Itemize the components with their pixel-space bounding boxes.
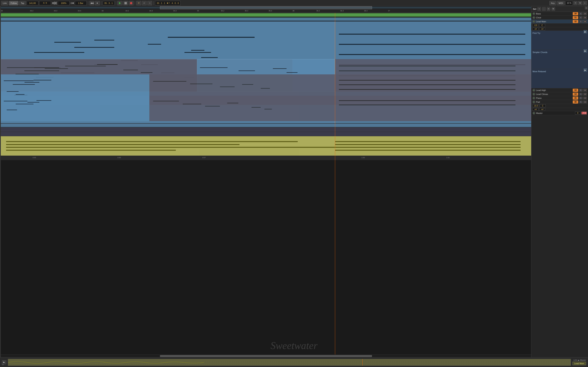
loop-start[interactable]: 33 . 1 . 1 — [157, 2, 165, 4]
pad-volume[interactable]: -10.3 — [533, 104, 539, 107]
scene-more-relaxed[interactable]: More Relaxed ▶ — [531, 69, 588, 88]
sc-note6 — [16, 94, 25, 95]
more-relaxed-right[interactable] — [335, 96, 531, 121]
overview-viewport[interactable] — [160, 6, 372, 9]
h-scrollbar-thumb[interactable] — [160, 355, 372, 357]
skip-back-btn[interactable]: ◀◀ — [90, 1, 94, 5]
bass-m-btn[interactable]: ● — [583, 12, 587, 15]
lead-high-track-row[interactable] — [1, 123, 531, 128]
position-display[interactable]: 35 . 3 . 1 — [103, 1, 114, 5]
midi-button[interactable]: MIDI — [557, 1, 565, 5]
panel-piano-track[interactable]: Piano 15 S ● — [531, 96, 588, 100]
loop-end[interactable]: 4 . 0 . 0 — [172, 2, 179, 4]
menu-button[interactable]: ≡ — [583, 1, 587, 5]
master-vol-right[interactable]: -7.0 — [581, 112, 587, 115]
first-try-launch[interactable]: ▶ — [584, 30, 587, 33]
stop-button[interactable] — [123, 1, 128, 5]
more-relaxed-region1[interactable] — [1, 96, 149, 121]
bass-s-btn[interactable]: S — [579, 12, 582, 15]
panel-lead-climax-track[interactable]: Lead Climax 14 S ● — [531, 92, 588, 96]
lead-main-track-row[interactable] — [1, 22, 531, 123]
panel-choir-track[interactable]: Choir 11 S ● — [531, 16, 588, 20]
piano-play-btn[interactable] — [533, 97, 535, 100]
lead-climax-track-row[interactable] — [1, 128, 531, 132]
piano-m-btn[interactable]: ● — [583, 97, 587, 100]
link-button[interactable]: Link — [1, 1, 8, 5]
piano-track-row[interactable] — [1, 132, 531, 136]
panel-collapse-btn[interactable]: ▼ — [585, 7, 588, 9]
scene-simpler-chords[interactable]: Simpler Chords ▶ — [531, 50, 588, 69]
pad-pan[interactable]: C — [540, 104, 546, 107]
panel-lead-high-track[interactable]: Lead High 13 S ● — [531, 88, 588, 92]
punch-button[interactable]: ⊙ — [147, 1, 152, 5]
ft-note3 — [45, 68, 68, 69]
panel-lead-main-track[interactable]: Lead Main 12 S ● — [531, 20, 588, 24]
panel-minus-btn[interactable]: - — [542, 7, 546, 11]
piano-s-btn[interactable]: S — [579, 97, 582, 100]
loop-button[interactable]: ⟳ — [136, 1, 141, 5]
lead-main-m-btn[interactable]: ● — [583, 20, 587, 23]
pad-sus2 — [335, 144, 521, 145]
choir-clip[interactable] — [1, 18, 531, 21]
w-button[interactable]: W — [578, 1, 582, 5]
scr-2 — [339, 84, 516, 85]
pad-clip[interactable] — [1, 136, 531, 156]
panel-eye-btn[interactable]: 👁 — [552, 7, 555, 11]
lead-high-clip[interactable] — [1, 124, 531, 127]
lead-high-m-btn[interactable]: ● — [583, 89, 587, 92]
tap-button[interactable]: Tap — [19, 1, 26, 5]
choir-m-btn[interactable]: ● — [583, 16, 587, 19]
ft-note1 — [7, 67, 59, 68]
key-button[interactable]: Key — [549, 1, 556, 5]
skip-fwd-btn[interactable]: ▶ — [95, 1, 100, 5]
scene-first-try[interactable]: First Try ▶ — [531, 31, 588, 50]
track-panel: Set + - ✏ 👁 Bass 10 S ● Choir 11 S ● — [531, 6, 588, 357]
panel-bass-track[interactable]: Bass 10 S ● — [531, 12, 588, 16]
lead-main-volume[interactable]: -3.9 — [533, 24, 538, 27]
simpler-chords-launch[interactable]: ▶ — [584, 49, 587, 52]
panel-pad-track[interactable]: Pad 16 S ● — [531, 100, 588, 104]
lead-climax-s-btn[interactable]: S — [579, 93, 582, 96]
choir-s-btn[interactable]: S — [579, 16, 582, 19]
play-button[interactable] — [117, 1, 122, 5]
timeline-ruler[interactable]: 33 33.2 33.3 33.4 34 34.2 34.3 34.4 35 3… — [1, 9, 531, 13]
overview-bar[interactable] — [1, 6, 531, 9]
choir-play-btn[interactable] — [533, 16, 535, 19]
panel-add-btn[interactable]: + — [537, 7, 541, 11]
panel-edit-btn[interactable]: ✏ — [547, 7, 550, 11]
lead-main-pan[interactable]: C — [539, 24, 545, 27]
lead-high-s-btn[interactable]: S — [579, 89, 582, 92]
master-vol[interactable]: 0 — [575, 112, 580, 115]
pad-track-row[interactable] — [1, 136, 531, 156]
zoom-display[interactable]: 100% — [58, 1, 69, 5]
bpm-display[interactable]: 141.00 — [27, 1, 38, 5]
clip-preview-area[interactable] — [8, 359, 571, 366]
lead-high-play-btn[interactable] — [533, 89, 535, 92]
follow-button[interactable]: Follow — [9, 1, 18, 5]
status-icon[interactable]: ▲ — [1, 363, 4, 366]
choir-track-row[interactable] — [1, 17, 531, 22]
pad-play-btn[interactable] — [533, 100, 535, 103]
more-relaxed-launch[interactable]: ▶ — [584, 68, 587, 72]
record-icon — [130, 2, 132, 4]
h-button[interactable]: H — [573, 1, 577, 5]
pad-s-btn[interactable]: S — [579, 100, 582, 103]
master-play-btn[interactable] — [533, 112, 535, 115]
bass-clip[interactable] — [1, 14, 531, 16]
pad-m-btn[interactable]: ● — [583, 100, 587, 103]
back-button[interactable]: ↩ — [142, 1, 147, 5]
lead-climax-m-btn[interactable]: ● — [583, 93, 587, 96]
more-relaxed-region2[interactable] — [149, 96, 335, 121]
bass-track-row[interactable] — [1, 13, 531, 17]
record-button[interactable] — [129, 1, 133, 5]
bass-play-btn[interactable] — [533, 12, 535, 15]
panel-master-track[interactable]: Master 0 -7.0 — [531, 111, 588, 115]
toolbar: Link Follow Tap 141.00 4 / 4 100% 1 Bar … — [0, 0, 588, 6]
lead-main-play-btn[interactable] — [533, 20, 535, 23]
lead-climax-play-btn[interactable] — [533, 93, 535, 96]
quantize-display[interactable]: 1 Bar — [75, 1, 87, 5]
time-sig-display[interactable]: 4 / 4 — [39, 1, 51, 5]
lead-main-s-btn[interactable]: S — [579, 20, 582, 23]
h-scrollbar[interactable] — [1, 354, 531, 357]
time-101: 1:01 — [446, 157, 450, 158]
